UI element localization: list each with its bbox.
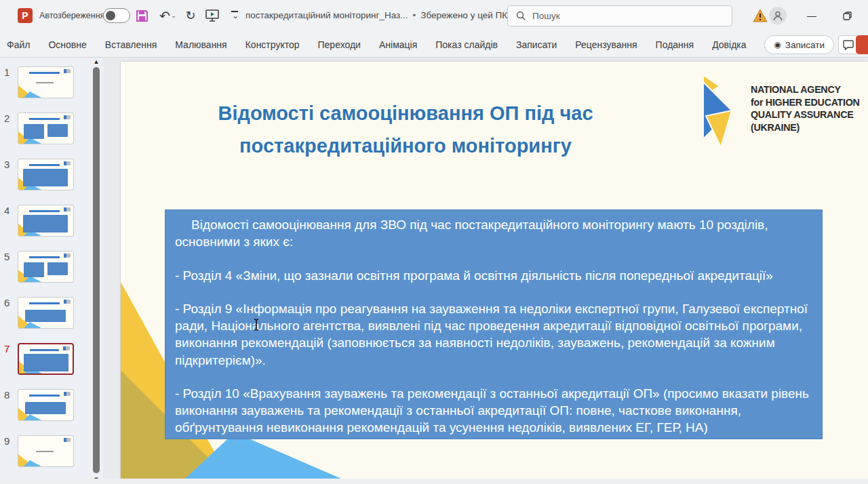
slide-canvas[interactable]: Відомості самооцінювання ОП під час пост… <box>121 62 868 479</box>
mini-title-line <box>29 210 60 212</box>
ribbon-tab[interactable]: Рецензування <box>575 39 637 50</box>
agency-logo-mark-icon <box>701 75 743 148</box>
mini-logo <box>64 69 71 73</box>
slide-title-line1: Відомості самооцінювання ОП під час <box>148 97 663 129</box>
mini-logo <box>64 161 71 165</box>
slide-thumbnail[interactable] <box>18 297 74 329</box>
minimize-button[interactable]: — <box>802 7 822 24</box>
share-button[interactable] <box>856 35 868 54</box>
record-button-label: Записати <box>785 40 825 50</box>
warning-icon[interactable] <box>751 7 769 24</box>
slide-number: 3 <box>4 159 9 170</box>
ribbon-tabs: ФайлОсновнеВставленняМалюванняКонструкто… <box>0 33 868 57</box>
ribbon-tab[interactable]: Показ слайдів <box>435 39 498 50</box>
mini-title-line <box>29 395 60 397</box>
slide-number: 6 <box>4 297 9 308</box>
search-placeholder: Пошук <box>532 11 560 21</box>
thumbnail-item: 8 <box>0 389 90 421</box>
record-button[interactable]: ◉ Записати <box>764 35 834 54</box>
ribbon-tab[interactable]: Малювання <box>175 39 226 50</box>
scroll-up-icon[interactable]: ▲ <box>93 58 100 65</box>
ribbon-tab[interactable]: Конструктор <box>245 39 300 50</box>
text-cursor <box>252 318 260 331</box>
mini-title-line <box>29 256 60 258</box>
ribbon-tab[interactable]: Записати <box>516 39 557 50</box>
mini-subtitle-line <box>36 82 54 83</box>
powerpoint-app-icon: P <box>18 8 33 23</box>
thumbnail-item: 6 <box>0 297 90 329</box>
slide-title[interactable]: Відомості самооцінювання ОП під час пост… <box>148 97 663 162</box>
toggle-knob <box>106 11 115 20</box>
slide-number: 8 <box>4 389 9 401</box>
slide-paragraph: - Розділ 4 «Зміни, що зазнали освітня пр… <box>175 267 812 284</box>
save-icon[interactable] <box>133 7 151 24</box>
thumbnail-item: 2 <box>0 113 90 144</box>
title-separator: • <box>413 10 416 20</box>
mini-text-line <box>36 451 54 452</box>
ribbon-tab[interactable]: Довідка <box>712 39 746 50</box>
redo-icon[interactable]: ↻ <box>182 7 199 24</box>
slide-number: 9 <box>4 435 9 447</box>
slide-thumbnail[interactable] <box>18 66 74 98</box>
slide-content-box[interactable]: Відомості самооцінювання для ЗВО під час… <box>165 209 823 439</box>
slide-title-line2: постакредитаційного моніторингу <box>148 129 663 162</box>
slide-number: 1 <box>4 66 9 78</box>
slide-thumbnail[interactable] <box>18 435 74 467</box>
scrollbar-thumb[interactable] <box>93 67 100 473</box>
slide-thumbnail[interactable] <box>18 343 74 375</box>
slide-number: 4 <box>4 205 9 216</box>
agency-logo-text: NATIONAL AGENCY for HIGHER EDUCATION QUA… <box>751 83 860 148</box>
mini-box <box>47 124 68 137</box>
search-icon <box>516 11 526 21</box>
start-slideshow-icon[interactable] <box>203 7 221 24</box>
mini-title-line <box>30 349 59 351</box>
search-input[interactable]: Пошук <box>507 5 732 26</box>
thumbnail-item: 3 <box>0 159 90 190</box>
mini-title-line <box>29 302 60 304</box>
slide-thumbnail[interactable] <box>18 389 74 421</box>
ribbon-tab[interactable]: Файл <box>7 39 30 50</box>
mini-title-line <box>29 164 60 166</box>
editor-canvas: Відомості самооцінювання ОП під час пост… <box>103 58 868 484</box>
mini-title-line <box>29 118 60 120</box>
thumbnail-item: 4 <box>0 205 90 237</box>
title-bar: P Автозбереження ↶ ⌄ ↻ ⌄ постакредитацій… <box>0 0 868 33</box>
mini-box <box>23 169 68 186</box>
mini-logo <box>64 115 71 119</box>
ribbon-tab[interactable]: Подання <box>656 39 694 50</box>
mini-box <box>25 310 66 322</box>
ribbon-tab[interactable]: Вставлення <box>105 39 157 50</box>
undo-dropdown-icon[interactable]: ⌄ <box>170 7 178 24</box>
mini-box <box>24 124 44 139</box>
slide-number: 2 <box>4 113 9 124</box>
ribbon-tab[interactable]: Переходи <box>318 39 361 50</box>
mini-logo <box>64 438 71 442</box>
mini-box <box>24 354 68 371</box>
mini-logo <box>64 300 71 304</box>
thumbnail-scrollbar[interactable]: ▲ ▼ <box>92 58 100 484</box>
thumbnail-item: 5 <box>0 251 90 283</box>
mini-box <box>47 262 68 275</box>
mini-box <box>23 215 68 233</box>
document-title[interactable]: постакредитаційний моніторинг_Наз... • З… <box>245 10 517 20</box>
ribbon-tab[interactable]: Основне <box>48 39 86 50</box>
thumbnail-list: 123456789 <box>0 58 90 467</box>
restore-window-button[interactable] <box>837 7 857 24</box>
account-avatar-icon[interactable] <box>769 7 787 24</box>
slide-thumbnail[interactable] <box>18 251 74 283</box>
ribbon-tab[interactable]: Анімація <box>379 39 417 50</box>
mini-title-line <box>29 72 60 74</box>
save-status: Збережено у цей ПК <box>420 10 507 20</box>
slide-thumbnail[interactable] <box>18 159 74 190</box>
slide-paragraph: - Розділ 10 «Врахування зауважень та рек… <box>175 385 812 437</box>
mini-box <box>25 402 66 414</box>
customize-toolbar-icon[interactable]: ⌄ <box>226 7 244 24</box>
mini-box <box>24 262 44 277</box>
slide-thumbnail[interactable] <box>18 113 74 144</box>
autosave-toggle[interactable] <box>103 8 130 23</box>
ribbon: ФайлОсновнеВставленняМалюванняКонструкто… <box>0 33 868 58</box>
mini-logo <box>64 254 71 258</box>
slide-paragraph: - Розділ 9 «Інформація про реагування на… <box>175 300 812 369</box>
slide-paragraph: Відомості самооцінювання для ЗВО під час… <box>175 216 812 251</box>
slide-thumbnail[interactable] <box>18 205 74 237</box>
